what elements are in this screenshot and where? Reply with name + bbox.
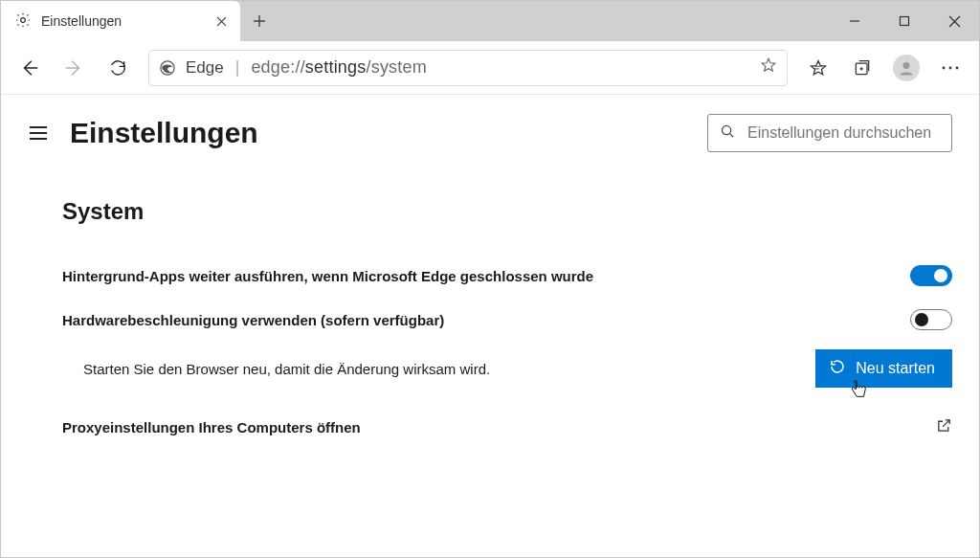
restart-row: Starten Sie den Browser neu, damit die Ä… [62,346,952,391]
window-minimize-button[interactable] [830,1,880,41]
more-menu-button[interactable] [931,49,969,87]
browser-toolbar: Edge | edge://settings/system [1,41,979,95]
restart-icon [829,358,846,379]
search-icon [720,123,736,143]
setting-row-background-apps: Hintergrund-Apps weiter ausführen, wenn … [62,254,952,298]
profile-button[interactable] [887,49,925,87]
setting-row-proxy[interactable]: Proxyeinstellungen Ihres Computers öffne… [62,405,952,449]
url-text: edge://settings/system [251,57,748,78]
forward-button [55,49,93,87]
setting-row-hardware-accel: Hardwarebeschleunigung verwenden (sofern… [62,298,952,342]
page-content: Einstellungen System Hintergrund-Apps we… [1,95,979,557]
address-bar[interactable]: Edge | edge://settings/system [148,50,788,86]
restart-hint: Starten Sie den Browser neu, damit die Ä… [62,361,815,377]
favorite-star-icon[interactable] [760,56,777,78]
tab-title: Einstellungen [41,13,204,29]
browser-tab[interactable]: Einstellungen [1,1,240,41]
window-maximize-button[interactable] [880,1,929,41]
avatar-icon [893,55,920,81]
menu-toggle-button[interactable] [26,121,51,145]
divider: | [235,57,240,78]
svg-point-4 [903,62,910,69]
restart-button-label: Neu starten [856,360,935,377]
setting-label: Proxyeinstellungen Ihres Computers öffne… [62,419,936,435]
refresh-button[interactable] [99,49,137,87]
titlebar: Einstellungen [1,1,979,41]
favorites-button[interactable] [799,49,837,87]
toggle-hardware-accel[interactable] [910,309,952,330]
svg-point-8 [722,125,730,134]
toggle-background-apps[interactable] [910,265,952,286]
window-close-button[interactable] [929,1,979,41]
close-tab-button[interactable] [213,13,229,29]
gear-icon [14,11,32,32]
svg-point-7 [956,66,959,69]
setting-label: Hardwarebeschleunigung verwenden (sofern… [62,312,910,328]
restart-button[interactable]: Neu starten [815,349,952,388]
page-title: Einstellungen [70,117,688,149]
svg-rect-1 [901,17,909,26]
site-identity: Edge [159,58,224,78]
settings-search-input[interactable] [747,124,940,142]
collections-button[interactable] [843,49,881,87]
back-button[interactable] [11,49,49,87]
setting-label: Hintergrund-Apps weiter ausführen, wenn … [62,268,910,284]
svg-point-6 [949,66,952,69]
svg-point-5 [943,66,946,69]
svg-point-0 [21,17,26,22]
settings-search[interactable] [707,114,952,152]
section-title: System [62,198,952,225]
new-tab-button[interactable] [240,1,278,41]
external-link-icon [936,417,952,436]
